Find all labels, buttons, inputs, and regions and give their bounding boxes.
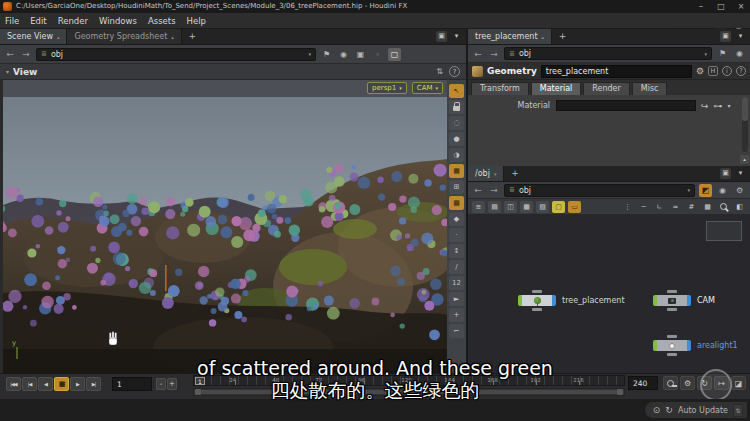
- render-flag[interactable]: [552, 295, 556, 306]
- menu-windows[interactable]: Windows: [99, 16, 137, 26]
- param-tab-misc[interactable]: Misc: [632, 82, 668, 95]
- select-geometry-icon[interactable]: ◆: [449, 212, 464, 226]
- sort-icon[interactable]: ⇅: [436, 67, 443, 76]
- network-canvas[interactable]: tree_placement CAM arealight1: [468, 215, 750, 373]
- cam-view-button[interactable]: CAM▾: [412, 82, 443, 94]
- tab-tree-placement[interactable]: tree_placement▴: [468, 29, 552, 44]
- measure-tool-icon[interactable]: ⌐: [449, 324, 464, 338]
- param-help-icon[interactable]: ?: [736, 66, 746, 76]
- radial-menu-icon[interactable]: ◉: [716, 184, 729, 197]
- pane-maximize-icon[interactable]: ▣: [720, 168, 731, 179]
- show-handles-icon[interactable]: ◌: [449, 116, 464, 130]
- scene-path-field[interactable]: ≣ obj ▾: [36, 48, 316, 61]
- forward-arrow-icon[interactable]: →: [488, 49, 500, 59]
- menu-render[interactable]: Render: [58, 16, 88, 26]
- split-view-icon[interactable]: ◫: [504, 201, 517, 213]
- network-gear-icon[interactable]: ⚙: [733, 184, 746, 197]
- back-arrow-icon[interactable]: ←: [4, 49, 16, 59]
- snap-points-icon[interactable]: ▩: [449, 196, 464, 210]
- dots-menu-icon[interactable]: ⋮: [621, 201, 634, 213]
- node-input-stub[interactable]: [667, 335, 677, 338]
- wire-shape-icon[interactable]: ≈: [669, 201, 682, 213]
- path-dropdown-icon[interactable]: ▾: [687, 187, 690, 193]
- node-cam[interactable]: CAM: [653, 295, 715, 306]
- title-bar[interactable]: C:/Users/GarciaOne/Desktop/HoudiniMath/T…: [0, 0, 750, 13]
- floating-panel-icon[interactable]: ▢: [388, 48, 401, 61]
- hda-badge-icon[interactable]: H: [708, 66, 718, 76]
- gear-icon[interactable]: ⚙: [696, 66, 704, 76]
- snap-to-grid-icon[interactable]: #: [685, 201, 698, 213]
- network-box-icon[interactable]: ▭: [568, 201, 581, 213]
- add-tab-button[interactable]: +: [184, 29, 200, 44]
- align-nodes-icon[interactable]: ∟: [653, 201, 666, 213]
- tab-menu-icon[interactable]: ▴: [171, 34, 174, 40]
- radial-menu-icon[interactable]: ◉: [337, 48, 350, 61]
- param-path-field[interactable]: ≣ obj ▾: [504, 47, 712, 60]
- cube-icon[interactable]: ▣: [354, 48, 367, 61]
- pane-menu-icon[interactable]: ▾: [735, 31, 746, 42]
- minimize-button[interactable]: –: [694, 1, 708, 12]
- thumbnail-view-icon[interactable]: ▦: [520, 201, 533, 213]
- node-output-stub[interactable]: [667, 308, 677, 311]
- pane-maximize-icon[interactable]: ▣: [436, 31, 447, 42]
- pane-menu-icon[interactable]: ▾: [735, 168, 746, 179]
- radial-menu-icon[interactable]: ◉: [733, 47, 746, 60]
- maximize-button[interactable]: □: [714, 1, 728, 12]
- pin-icon[interactable]: ⚑: [716, 47, 729, 60]
- menu-dropdown-icon[interactable]: ▾: [728, 102, 731, 109]
- orientation-icon[interactable]: ►: [449, 292, 464, 306]
- wire-style-icon[interactable]: ┄: [637, 201, 650, 213]
- param-tab-render[interactable]: Render: [583, 82, 629, 95]
- menu-help[interactable]: Help: [187, 16, 206, 26]
- node-input-stub[interactable]: [667, 290, 677, 293]
- render-flag[interactable]: [687, 340, 691, 351]
- snapshot-icon[interactable]: ▧: [536, 201, 549, 213]
- menu-assets[interactable]: Assets: [148, 16, 176, 26]
- translate-tool-icon[interactable]: ↕: [449, 244, 464, 258]
- param-tab-material[interactable]: Material: [531, 82, 582, 95]
- select-points-icon[interactable]: ·: [449, 228, 464, 242]
- sphere-display-icon[interactable]: ●: [449, 132, 464, 146]
- menu-file[interactable]: File: [5, 16, 19, 26]
- add-tab-button[interactable]: +: [555, 29, 571, 44]
- material-field[interactable]: [556, 100, 696, 111]
- lock-icon[interactable]: [449, 100, 464, 114]
- view-collapse-icon[interactable]: ▾: [6, 68, 9, 75]
- param-scrollbar[interactable]: [742, 97, 748, 152]
- expand-icon[interactable]: ▴: [740, 155, 749, 164]
- persp1-view-button[interactable]: persp1▾: [367, 82, 407, 94]
- node-output-stub[interactable]: [667, 353, 677, 356]
- multi-snap-icon[interactable]: ⊞: [449, 180, 464, 194]
- tab-scene-view[interactable]: Scene View▴: [0, 29, 67, 44]
- network-display-options-icon[interactable]: ≡: [472, 201, 485, 213]
- sticky-note-icon[interactable]: ▢: [552, 201, 565, 213]
- node-arealight1[interactable]: arealight1: [653, 340, 738, 351]
- render-flag[interactable]: [687, 295, 691, 306]
- auto-update-selector[interactable]: Auto Update: [678, 406, 728, 415]
- pane-maximize-icon[interactable]: ▣: [720, 31, 731, 42]
- param-tab-transform[interactable]: Transform: [471, 82, 529, 95]
- view-help-icon[interactable]: ?: [449, 66, 460, 77]
- close-button[interactable]: ×: [734, 1, 748, 12]
- info-icon[interactable]: i: [722, 66, 732, 76]
- path-dropdown-icon[interactable]: ▾: [704, 51, 707, 57]
- character-icon[interactable]: ◦: [371, 48, 384, 61]
- recook-icon[interactable]: ↻: [665, 405, 673, 415]
- follow-selection-icon[interactable]: ◩: [699, 184, 712, 197]
- select-tool-icon[interactable]: ↖: [449, 84, 464, 98]
- draw-tool-icon[interactable]: ∕: [449, 260, 464, 274]
- pin-icon[interactable]: ⚑: [320, 48, 333, 61]
- network-path-field[interactable]: ≣ obj ▾: [504, 184, 695, 197]
- back-arrow-icon[interactable]: ←: [472, 185, 484, 195]
- zoom-icon[interactable]: [717, 201, 730, 213]
- pane-menu-icon[interactable]: ▾: [451, 31, 462, 42]
- auto-update-spinner[interactable]: ⇅: [733, 404, 743, 417]
- memory-icon[interactable]: ⊙: [653, 405, 661, 415]
- overview-toggle-icon[interactable]: ◧: [733, 201, 746, 213]
- open-chooser-icon[interactable]: ⊶: [714, 101, 723, 111]
- forward-arrow-icon[interactable]: →: [20, 49, 32, 59]
- node-input-stub[interactable]: [532, 290, 542, 293]
- add-tool-icon[interactable]: +: [449, 308, 464, 322]
- node-name-field[interactable]: tree_placement: [541, 65, 692, 78]
- shading-mode-icon[interactable]: ◑: [449, 148, 464, 162]
